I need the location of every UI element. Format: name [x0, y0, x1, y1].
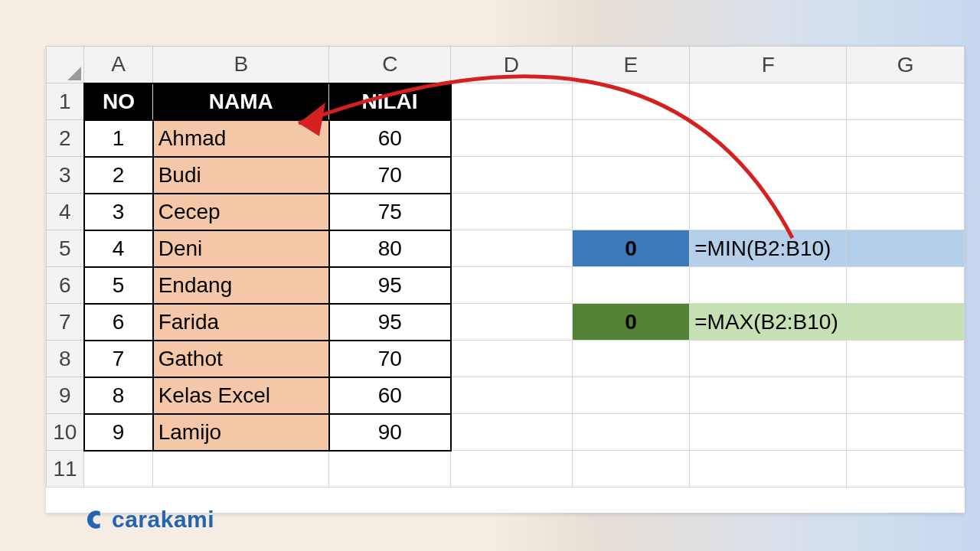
- row-header-3[interactable]: 3: [47, 157, 84, 194]
- cell-E2[interactable]: [572, 120, 690, 157]
- cell-F5-min-formula[interactable]: =MIN(B2:B10): [690, 230, 847, 267]
- cell-A1[interactable]: NO: [84, 83, 153, 120]
- cell-C9[interactable]: 60: [329, 377, 451, 414]
- cell-B6[interactable]: Endang: [153, 267, 329, 304]
- cell-C1[interactable]: NILAI: [329, 83, 451, 120]
- cell-D10[interactable]: [451, 414, 573, 451]
- cell-E11[interactable]: [572, 451, 690, 487]
- cell-E6[interactable]: [572, 267, 690, 304]
- cell-D5[interactable]: [451, 230, 573, 267]
- cell-B8[interactable]: Gathot: [153, 341, 329, 377]
- cell-F2[interactable]: [690, 120, 847, 157]
- spreadsheet[interactable]: A B C D E F G 1 NO NAMA NILAI 2 1 Ahmad …: [46, 46, 965, 513]
- row-header-6[interactable]: 6: [47, 267, 84, 304]
- row-header-4[interactable]: 4: [47, 194, 84, 230]
- row-header-1[interactable]: 1: [47, 83, 84, 120]
- cell-F4[interactable]: [690, 194, 847, 230]
- col-header-E[interactable]: E: [572, 47, 690, 83]
- select-all-corner[interactable]: [47, 47, 84, 83]
- cell-C4[interactable]: 75: [329, 194, 451, 230]
- cell-A8[interactable]: 7: [84, 341, 153, 377]
- cell-G3[interactable]: [847, 157, 965, 194]
- cell-B9[interactable]: Kelas Excel: [153, 377, 329, 414]
- cell-B11[interactable]: [153, 451, 329, 487]
- row-header-7[interactable]: 7: [47, 304, 84, 341]
- col-header-B[interactable]: B: [153, 47, 329, 83]
- cell-A7[interactable]: 6: [84, 304, 153, 341]
- cell-A2[interactable]: 1: [84, 120, 153, 157]
- cell-B1[interactable]: NAMA: [153, 83, 329, 120]
- cell-G10[interactable]: [847, 414, 965, 451]
- cell-E8[interactable]: [572, 341, 690, 377]
- cell-G2[interactable]: [847, 120, 965, 157]
- cell-B7[interactable]: Farida: [153, 304, 329, 341]
- cell-C11[interactable]: [329, 451, 451, 487]
- cell-E1[interactable]: [572, 83, 690, 120]
- col-header-A[interactable]: A: [84, 47, 153, 83]
- cell-C6[interactable]: 95: [329, 267, 451, 304]
- cell-G1[interactable]: [847, 83, 965, 120]
- cell-A3[interactable]: 2: [84, 157, 153, 194]
- col-header-G[interactable]: G: [847, 47, 965, 83]
- col-header-D[interactable]: D: [451, 47, 573, 83]
- cell-G6[interactable]: [847, 267, 965, 304]
- logo-icon: [86, 509, 107, 530]
- cell-F10[interactable]: [690, 414, 847, 451]
- cell-B3[interactable]: Budi: [153, 157, 329, 194]
- cell-F7-max-formula[interactable]: =MAX(B2:B10): [690, 304, 847, 341]
- row-header-5[interactable]: 5: [47, 230, 84, 267]
- cell-A10[interactable]: 9: [84, 414, 153, 451]
- cell-F1[interactable]: [690, 83, 847, 120]
- cell-D1[interactable]: [451, 83, 573, 120]
- row-header-11[interactable]: 11: [47, 451, 84, 487]
- row-header-8[interactable]: 8: [47, 341, 84, 377]
- row-header-9[interactable]: 9: [47, 377, 84, 414]
- cell-G8[interactable]: [847, 341, 965, 377]
- cell-F9[interactable]: [690, 377, 847, 414]
- cell-G7[interactable]: [847, 304, 965, 341]
- row-header-10[interactable]: 10: [47, 414, 84, 451]
- cell-A4[interactable]: 3: [84, 194, 153, 230]
- cell-D4[interactable]: [451, 194, 573, 230]
- col-header-C[interactable]: C: [329, 47, 451, 83]
- cell-A5[interactable]: 4: [84, 230, 153, 267]
- cell-C2[interactable]: 60: [329, 120, 451, 157]
- cell-A6[interactable]: 5: [84, 267, 153, 304]
- watermark: carakami: [86, 507, 214, 533]
- cell-G9[interactable]: [847, 377, 965, 414]
- cell-D11[interactable]: [451, 451, 573, 487]
- cell-C3[interactable]: 70: [329, 157, 451, 194]
- grid[interactable]: A B C D E F G 1 NO NAMA NILAI 2 1 Ahmad …: [46, 46, 965, 487]
- cell-D8[interactable]: [451, 341, 573, 377]
- cell-D7[interactable]: [451, 304, 573, 341]
- cell-D3[interactable]: [451, 157, 573, 194]
- cell-B2[interactable]: Ahmad: [153, 120, 329, 157]
- cell-G5[interactable]: [847, 230, 965, 267]
- cell-B4[interactable]: Cecep: [153, 194, 329, 230]
- cell-E9[interactable]: [572, 377, 690, 414]
- cell-E7-max-result[interactable]: 0: [572, 304, 690, 341]
- cell-F6[interactable]: [690, 267, 847, 304]
- cell-G11[interactable]: [847, 451, 965, 487]
- cell-D9[interactable]: [451, 377, 573, 414]
- cell-C7[interactable]: 95: [329, 304, 451, 341]
- cell-A11[interactable]: [84, 451, 153, 487]
- cell-B10[interactable]: Lamijo: [153, 414, 329, 451]
- cell-E3[interactable]: [572, 157, 690, 194]
- cell-E5-min-result[interactable]: 0: [572, 230, 690, 267]
- cell-C8[interactable]: 70: [329, 341, 451, 377]
- cell-F11[interactable]: [690, 451, 847, 487]
- cell-F3[interactable]: [690, 157, 847, 194]
- cell-E10[interactable]: [572, 414, 690, 451]
- cell-E4[interactable]: [572, 194, 690, 230]
- cell-C10[interactable]: 90: [329, 414, 451, 451]
- cell-B5[interactable]: Deni: [153, 230, 329, 267]
- cell-D6[interactable]: [451, 267, 573, 304]
- cell-G4[interactable]: [847, 194, 965, 230]
- col-header-F[interactable]: F: [690, 47, 847, 83]
- cell-C5[interactable]: 80: [329, 230, 451, 267]
- row-header-2[interactable]: 2: [47, 120, 84, 157]
- cell-F8[interactable]: [690, 341, 847, 377]
- cell-D2[interactable]: [451, 120, 573, 157]
- cell-A9[interactable]: 8: [84, 377, 153, 414]
